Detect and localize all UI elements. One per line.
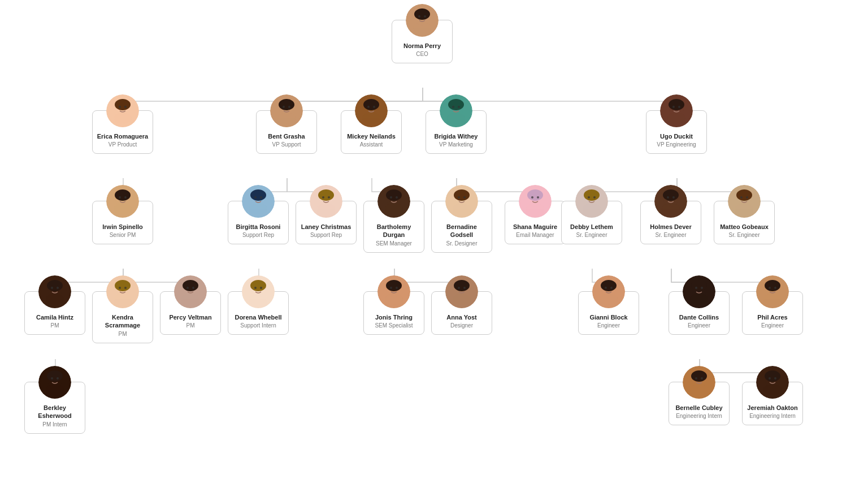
person-card-dorena[interactable]: Dorena Whebell Support Intern	[228, 291, 289, 335]
person-card-shana[interactable]: Shana Maguire Email Manager	[505, 201, 566, 244]
person-card-brigida[interactable]: Brigida Withey VP Marketing	[426, 110, 487, 154]
name-holmes: Holmes Dever	[650, 223, 691, 231]
person-card-bartholemy[interactable]: Bartholemy Durgan SEM Manager	[363, 201, 424, 253]
node-phil[interactable]: Phil Acres Engineer	[742, 291, 804, 335]
person-card-erica[interactable]: Erica Romaguera VP Product	[92, 110, 153, 154]
svg-point-185	[769, 377, 771, 379]
title-brigida: VP Marketing	[439, 141, 473, 148]
svg-point-149	[601, 280, 617, 291]
svg-rect-62	[317, 209, 335, 218]
svg-rect-55	[249, 209, 267, 218]
svg-rect-83	[526, 209, 544, 218]
person-card-kendra[interactable]: Kendra Scrammage PM	[92, 291, 153, 343]
title-mickey: Assistant	[360, 141, 383, 148]
person-card-percy[interactable]: Percy Veltman PM	[160, 291, 221, 335]
node-bernadine[interactable]: Bernadine Godsell Sr. Designer	[431, 201, 493, 253]
node-jonis[interactable]: Jonis Thring SEM Specialist	[363, 291, 426, 335]
node-berkley[interactable]: Berkley Esherwood PM Intern	[24, 382, 86, 434]
node-matteo[interactable]: Matteo Gobeaux Sr. Engineer	[714, 201, 776, 244]
svg-point-80	[531, 196, 533, 198]
svg-rect-125	[181, 299, 199, 308]
avatar-brigida	[440, 94, 472, 127]
person-card-bernelle[interactable]: Bernelle Cubley Engineering Intern	[669, 382, 730, 425]
person-card-jonis[interactable]: Jonis Thring SEM Specialist	[363, 291, 424, 335]
node-shana[interactable]: Shana Maguire Email Manager	[505, 201, 567, 244]
person-card-bent[interactable]: Bent Grasha VP Support	[256, 110, 317, 154]
title-bent: VP Support	[272, 141, 301, 148]
node-bernelle[interactable]: Bernelle Cubley Engineering Intern	[669, 382, 731, 425]
person-card-ugo[interactable]: Ugo Duckit VP Engineering	[646, 110, 707, 154]
svg-point-151	[610, 287, 613, 289]
person-card-birgitta[interactable]: Birgitta Rosoni Support Rep	[228, 201, 289, 244]
svg-point-87	[588, 196, 590, 198]
svg-point-86	[584, 189, 600, 201]
node-holmes[interactable]: Holmes Dever Sr. Engineer	[640, 201, 702, 244]
node-dorena[interactable]: Dorena Whebell Support Intern	[228, 291, 290, 335]
svg-point-144	[463, 287, 466, 289]
person-card-phil[interactable]: Phil Acres Engineer	[742, 291, 803, 335]
svg-point-142	[454, 280, 470, 291]
node-kendra[interactable]: Kendra Scrammage PM	[92, 291, 154, 343]
person-card-jeremiah[interactable]: Jeremiah Oakton Engineering Intern	[742, 382, 803, 425]
avatar-matteo	[728, 185, 761, 218]
node-bartholemy[interactable]: Bartholemy Durgan SEM Manager	[363, 201, 426, 253]
node-norma[interactable]: Norma Perry CEO	[392, 20, 454, 63]
title-bartholemy: SEM Manager	[376, 240, 412, 247]
svg-point-143	[458, 287, 460, 289]
node-jeremiah[interactable]: Jeremiah Oakton Engineering Intern	[742, 382, 804, 425]
avatar-bernelle	[683, 366, 715, 399]
svg-point-171	[51, 377, 53, 379]
svg-point-2	[414, 8, 430, 20]
node-anna[interactable]: Anna Yost Designer	[431, 291, 493, 335]
node-bent[interactable]: Bent Grasha VP Support	[256, 110, 318, 154]
avatar-berkley	[38, 366, 71, 399]
svg-point-137	[396, 287, 398, 289]
name-debby: Debby Lethem	[570, 223, 613, 231]
node-birgitta[interactable]: Birgitta Rosoni Support Rep	[228, 201, 290, 244]
title-camila: PM	[51, 322, 59, 329]
person-card-dante[interactable]: Dante Collins Engineer	[669, 291, 730, 335]
title-gianni: Engineer	[597, 322, 620, 329]
name-dante: Dante Collins	[679, 313, 719, 321]
name-mickey: Mickey Neilands	[347, 132, 396, 140]
svg-rect-146	[453, 299, 471, 308]
title-bernadine: Sr. Designer	[446, 240, 477, 247]
avatar-laney	[310, 185, 342, 218]
person-card-irwin[interactable]: Irwin Spinello Senior PM	[92, 201, 153, 244]
person-card-holmes[interactable]: Holmes Dever Sr. Engineer	[640, 201, 701, 244]
svg-rect-6	[413, 28, 431, 37]
person-card-gianni[interactable]: Gianni Block Engineer	[578, 291, 639, 335]
node-laney[interactable]: Laney Christmas Support Rep	[296, 201, 358, 244]
person-card-debby[interactable]: Debby Lethem Sr. Engineer	[561, 201, 622, 244]
svg-point-109	[57, 287, 59, 289]
person-card-laney[interactable]: Laney Christmas Support Rep	[296, 201, 357, 244]
svg-point-51	[250, 189, 266, 201]
node-percy[interactable]: Percy Veltman PM	[160, 291, 222, 335]
node-mickey[interactable]: Mickey Neilands Assistant	[341, 110, 403, 154]
node-irwin[interactable]: Irwin Spinello Senior PM	[92, 201, 154, 244]
svg-point-157	[695, 287, 697, 289]
node-ugo[interactable]: Ugo Duckit VP Engineering	[646, 110, 708, 154]
node-brigida[interactable]: Brigida Withey VP Marketing	[426, 110, 488, 154]
person-card-anna[interactable]: Anna Yost Designer	[431, 291, 492, 335]
node-erica[interactable]: Erica Romaguera VP Product	[92, 110, 154, 154]
person-card-bernadine[interactable]: Bernadine Godsell Sr. Designer	[431, 201, 492, 253]
node-camila[interactable]: Camila Hintz PM	[24, 291, 86, 335]
person-card-matteo[interactable]: Matteo Gobeaux Sr. Engineer	[714, 201, 775, 244]
svg-point-115	[119, 287, 121, 289]
node-gianni[interactable]: Gianni Block Engineer	[578, 291, 640, 335]
person-card-norma[interactable]: Norma Perry CEO	[392, 20, 453, 63]
avatar-ugo	[660, 94, 693, 127]
svg-point-135	[386, 280, 402, 291]
svg-point-184	[765, 370, 780, 382]
person-card-camila[interactable]: Camila Hintz PM	[24, 291, 85, 335]
node-debby[interactable]: Debby Lethem Sr. Engineer	[561, 201, 623, 244]
svg-point-23	[363, 99, 379, 110]
node-dante[interactable]: Dante Collins Engineer	[669, 291, 731, 335]
title-holmes: Sr. Engineer	[655, 232, 686, 238]
person-card-berkley[interactable]: Berkley Esherwood PM Intern	[24, 382, 85, 434]
name-kendra: Kendra Scrammage	[96, 313, 150, 330]
person-card-mickey[interactable]: Mickey Neilands Assistant	[341, 110, 402, 154]
avatar-bartholemy	[377, 185, 410, 218]
svg-point-81	[537, 196, 539, 198]
